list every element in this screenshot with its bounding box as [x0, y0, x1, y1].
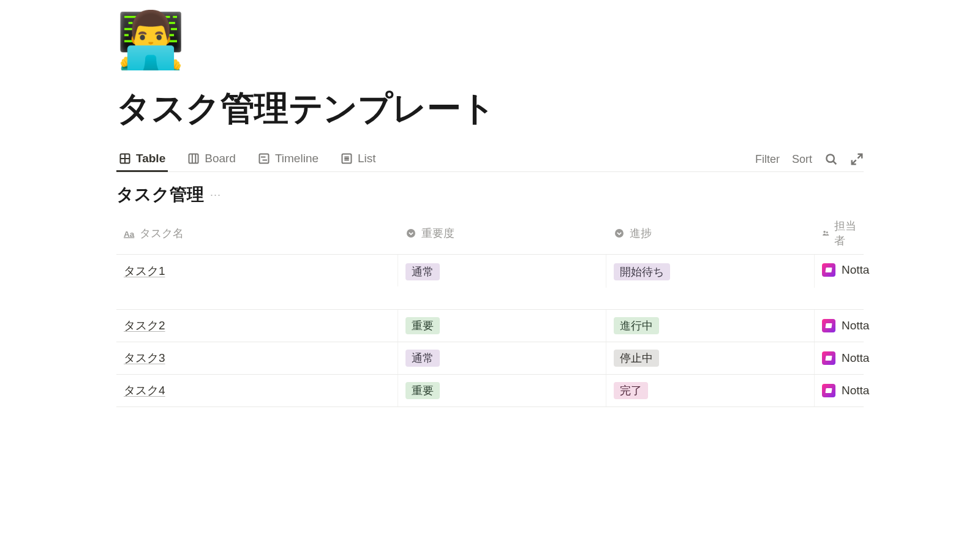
- column-header-assignee[interactable]: 担当者: [815, 212, 864, 254]
- cell-priority[interactable]: 重要: [398, 310, 606, 342]
- assignee: Notta: [822, 351, 869, 365]
- column-label: 進捗: [630, 226, 652, 241]
- svg-point-20: [823, 231, 826, 233]
- column-label: 重要度: [421, 226, 454, 241]
- assignee-name: Notta: [842, 319, 869, 332]
- board-icon: [187, 152, 200, 165]
- expand-icon[interactable]: [850, 152, 864, 166]
- page-container: 👨‍💻 タスク管理テンプレート Table Board Timeline: [61, 12, 919, 407]
- view-tab-label: List: [358, 152, 376, 165]
- timeline-icon: [258, 152, 270, 165]
- cell-assignee[interactable]: Notta: [815, 342, 876, 374]
- cell-assignee[interactable]: Notta: [815, 310, 876, 342]
- table-row[interactable]: タスク2重要進行中Notta: [116, 310, 864, 342]
- priority-tag: 通常: [405, 350, 440, 367]
- status-tag: 進行中: [614, 317, 659, 334]
- select-property-icon: [405, 228, 417, 239]
- svg-point-21: [826, 231, 828, 233]
- cell-priority[interactable]: 通常: [398, 255, 606, 288]
- view-tabs: Table Board Timeline List: [116, 147, 379, 171]
- table-row[interactable]: タスク3通常停止中Notta: [116, 342, 864, 375]
- cell-status[interactable]: 進行中: [606, 310, 815, 342]
- sort-button[interactable]: Sort: [792, 153, 812, 166]
- table-icon: [119, 152, 131, 165]
- filter-button[interactable]: Filter: [755, 153, 780, 166]
- title-property-icon: Aa: [124, 228, 135, 239]
- table-row[interactable]: タスク1通常開始待ちNotta: [116, 255, 864, 310]
- task-name-link[interactable]: タスク3: [124, 350, 165, 366]
- priority-tag: 重要: [405, 317, 440, 334]
- view-tab-label: Timeline: [275, 152, 318, 165]
- cell-name[interactable]: タスク3: [116, 342, 398, 374]
- column-header-status[interactable]: 進捗: [606, 212, 815, 254]
- priority-tag: 通常: [405, 263, 440, 280]
- assignee-avatar-icon: [822, 351, 835, 365]
- assignee: Notta: [822, 263, 869, 277]
- svg-rect-3: [189, 154, 198, 163]
- cell-name[interactable]: タスク2: [116, 310, 398, 342]
- table-body: タスク1通常開始待ちNottaタスク2重要進行中Nottaタスク3通常停止中No…: [116, 255, 864, 407]
- table-row[interactable]: タスク4重要完了Notta: [116, 375, 864, 407]
- view-actions: Filter Sort: [755, 152, 864, 166]
- cell-status[interactable]: 開始待ち: [606, 255, 815, 288]
- assignee-name: Notta: [842, 384, 869, 397]
- view-tab-board[interactable]: Board: [185, 147, 238, 172]
- svg-rect-6: [259, 154, 268, 163]
- cell-status[interactable]: 停止中: [606, 342, 815, 374]
- search-icon[interactable]: [824, 152, 838, 166]
- cell-name[interactable]: タスク1: [116, 255, 398, 287]
- status-tag: 開始待ち: [614, 263, 670, 280]
- task-name-link[interactable]: タスク1: [124, 263, 165, 279]
- person-property-icon: [822, 228, 829, 239]
- cell-assignee[interactable]: Notta: [815, 375, 876, 407]
- database-table: Aa タスク名 重要度 進捗 担当者: [116, 212, 864, 407]
- more-icon[interactable]: ···: [210, 189, 221, 201]
- view-tab-list[interactable]: List: [338, 147, 379, 172]
- cell-priority[interactable]: 通常: [398, 342, 606, 374]
- status-tag: 停止中: [614, 350, 659, 367]
- svg-point-19: [615, 229, 624, 238]
- assignee-avatar-icon: [822, 263, 835, 277]
- view-tab-label: Table: [136, 152, 165, 165]
- database-title-row: タスク管理 ···: [116, 183, 864, 206]
- list-icon: [341, 152, 353, 165]
- view-tab-timeline[interactable]: Timeline: [255, 147, 321, 172]
- column-label: タスク名: [140, 226, 184, 241]
- svg-text:Aa: Aa: [124, 230, 135, 239]
- column-header-priority[interactable]: 重要度: [398, 212, 606, 254]
- assignee-name: Notta: [842, 263, 869, 277]
- cell-name[interactable]: タスク4: [116, 375, 398, 407]
- column-header-name[interactable]: Aa タスク名: [116, 212, 398, 254]
- table-header-row: Aa タスク名 重要度 進捗 担当者: [116, 212, 864, 255]
- page-icon[interactable]: 👨‍💻: [116, 12, 864, 67]
- task-name-link[interactable]: タスク2: [124, 318, 165, 334]
- column-label: 担当者: [834, 219, 856, 248]
- cell-status[interactable]: 完了: [606, 375, 815, 407]
- view-tab-table[interactable]: Table: [116, 147, 168, 172]
- assignee: Notta: [822, 319, 869, 332]
- svg-point-13: [826, 154, 834, 162]
- assignee-avatar-icon: [822, 319, 835, 332]
- svg-point-18: [407, 229, 415, 238]
- assignee: Notta: [822, 384, 869, 397]
- svg-line-14: [833, 161, 836, 164]
- priority-tag: 重要: [405, 382, 440, 399]
- cell-priority[interactable]: 重要: [398, 375, 606, 407]
- task-name-link[interactable]: タスク4: [124, 383, 165, 399]
- database-title[interactable]: タスク管理: [116, 183, 204, 206]
- views-bar: Table Board Timeline List: [116, 147, 864, 172]
- select-property-icon: [614, 228, 625, 239]
- view-tab-label: Board: [205, 152, 236, 165]
- page-title[interactable]: タスク管理テンプレート: [116, 86, 864, 132]
- cell-assignee[interactable]: Notta: [815, 255, 876, 284]
- assignee-name: Notta: [842, 351, 869, 365]
- status-tag: 完了: [614, 382, 648, 399]
- assignee-avatar-icon: [822, 384, 835, 397]
